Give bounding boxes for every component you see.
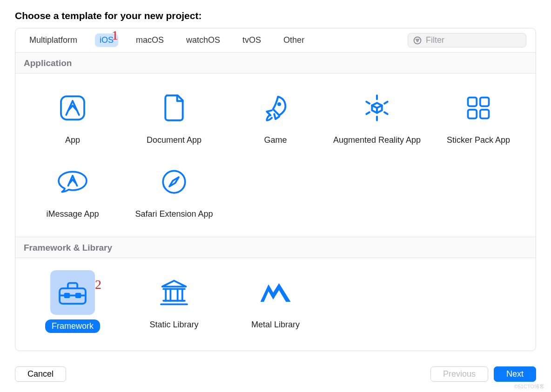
rocket-icon (261, 93, 290, 123)
section-framework-body: Framework Static Library (15, 258, 536, 351)
imessage-icon (56, 169, 89, 195)
svg-point-5 (277, 102, 281, 106)
filter-field[interactable] (408, 33, 526, 47)
svg-rect-6 (468, 98, 477, 106)
page-title: Choose a template for your new project: (15, 10, 536, 21)
template-metal-library[interactable]: Metal Library (225, 266, 326, 337)
template-framework[interactable]: Framework (22, 266, 123, 337)
metal-icon (259, 280, 292, 305)
template-framework-label: Framework (45, 319, 100, 333)
template-sticker-pack-label: Sticker Pack App (447, 135, 510, 146)
template-static-library[interactable]: Static Library (123, 266, 225, 337)
platform-tabs: Multiplatform iOS macOS watchOS tvOS Oth… (15, 28, 536, 53)
svg-rect-7 (480, 98, 489, 106)
tab-tvos[interactable]: tvOS (238, 33, 266, 47)
filter-icon (413, 36, 422, 45)
section-application-header: Application (15, 53, 536, 73)
filter-input[interactable] (426, 35, 521, 45)
cancel-button[interactable]: Cancel (15, 366, 66, 382)
template-app[interactable]: App (22, 82, 123, 149)
template-static-library-label: Static Library (149, 319, 198, 330)
section-application-body: App Document App (15, 73, 536, 237)
safari-icon (160, 168, 188, 196)
document-icon (161, 93, 187, 123)
template-sticker-pack[interactable]: Sticker Pack App (428, 82, 529, 149)
app-icon (59, 94, 87, 122)
previous-button: Previous (430, 366, 488, 382)
template-ar-app[interactable]: Augmented Reality App (326, 82, 428, 149)
template-imessage-app-label: iMessage App (46, 209, 99, 219)
template-app-label: App (65, 135, 80, 146)
svg-rect-13 (76, 294, 81, 298)
template-panel: Multiplatform iOS macOS watchOS tvOS Oth… (15, 28, 536, 351)
library-icon (159, 278, 189, 307)
section-framework-header: Framework & Library (15, 237, 536, 258)
template-ar-app-label: Augmented Reality App (333, 135, 421, 146)
tab-ios[interactable]: iOS (95, 33, 118, 47)
next-button[interactable]: Next (494, 366, 536, 382)
toolbox-icon (57, 279, 88, 306)
watermark: ©51CTO博客 (514, 383, 544, 390)
template-imessage-app[interactable]: iMessage App (22, 156, 123, 223)
template-document-app-label: Document App (147, 135, 202, 146)
footer: Cancel Previous Next (15, 366, 536, 382)
template-safari-ext-label: Safari Extension App (135, 209, 213, 219)
tab-macos[interactable]: macOS (131, 33, 168, 47)
template-safari-ext[interactable]: Safari Extension App (123, 156, 225, 223)
arkit-icon (362, 93, 392, 123)
tab-watchos[interactable]: watchOS (181, 33, 225, 47)
template-metal-library-label: Metal Library (251, 319, 300, 330)
template-game-label: Game (264, 135, 287, 146)
svg-rect-4 (61, 96, 84, 120)
svg-point-10 (163, 171, 185, 193)
tab-multiplatform[interactable]: Multiplatform (25, 33, 82, 47)
tab-other[interactable]: Other (279, 33, 309, 47)
svg-rect-9 (480, 110, 489, 119)
template-game[interactable]: Game (225, 82, 326, 149)
svg-rect-8 (468, 110, 477, 119)
svg-rect-12 (65, 294, 69, 298)
grid-icon (464, 94, 492, 122)
template-document-app[interactable]: Document App (123, 82, 225, 149)
